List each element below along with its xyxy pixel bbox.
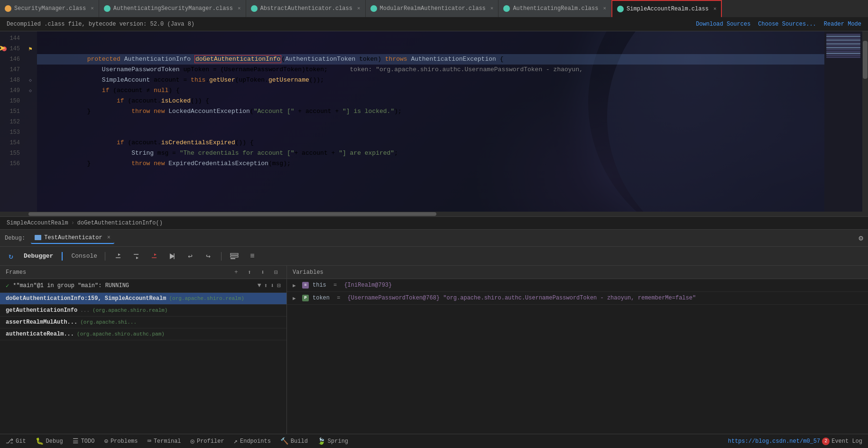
thread-ctrl-1[interactable]: ▼ <box>258 282 261 289</box>
frame-item-1[interactable]: getAuthenticationInfo ... (org.apache.sh… <box>0 305 286 317</box>
frame-item-2[interactable]: assertRealmMulAuth... (org.apache.shi... <box>0 317 286 328</box>
gutter-153 <box>24 127 37 138</box>
status-problems[interactable]: ⊙ Problems <box>104 437 138 445</box>
var-icon-p-token: P <box>302 295 309 301</box>
keyword-throws: throws <box>385 56 411 63</box>
force-step-button[interactable]: ↪ <box>203 251 213 261</box>
tab-abstract-authenticator[interactable]: AbstractAuthenticator.class × <box>246 0 366 17</box>
var-name-this: this <box>313 282 326 289</box>
debug-session-tab[interactable]: TestAuthenticator × <box>31 233 114 244</box>
debug-session-close[interactable]: × <box>107 234 111 241</box>
git-label: Git <box>16 438 26 445</box>
status-todo[interactable]: ☰ TODO <box>73 437 95 445</box>
status-profiler[interactable]: ◎ Profiler <box>191 437 224 445</box>
variables-header-label: Variables <box>293 269 323 276</box>
tab-close-simple-account[interactable]: × <box>713 6 717 12</box>
gutter-145[interactable]: ⚑ <box>24 44 37 54</box>
paren-open: ( <box>281 56 285 63</box>
thread-ctrl-3[interactable]: ⬇ <box>270 282 274 289</box>
status-terminal[interactable]: ⌨ Terminal <box>147 437 181 445</box>
editor-scrollbar-horizontal-thumb[interactable] <box>28 212 436 216</box>
frame-item-3[interactable]: authenticateRealm... (org.apache.shiro.a… <box>0 328 286 340</box>
status-endpoints[interactable]: ↗ Endpoints <box>234 437 271 445</box>
debug-tab-bar: Debug: TestAuthenticator × ⚙ <box>0 230 868 247</box>
line-145[interactable]: ⮞ 145 <box>0 44 24 54</box>
thread-ctrl-4[interactable]: ⊟ <box>277 282 281 289</box>
thread-label: *"main"@1 in group "main": RUNNING <box>13 282 129 289</box>
variable-token[interactable]: P token = {UsernamePasswordToken@768} "o… <box>287 292 868 305</box>
brace-open: { <box>496 56 504 63</box>
line-144: 144 <box>0 33 24 44</box>
gutter-152 <box>24 117 37 127</box>
status-build[interactable]: 🔨 Build <box>280 437 308 445</box>
event-badge[interactable]: 2 <box>822 438 830 445</box>
restart-button[interactable]: ↻ <box>6 251 16 261</box>
thread-row[interactable]: ✓ *"main"@1 in group "main": RUNNING ▼ ⬆… <box>0 279 286 293</box>
status-git[interactable]: ⎇ Git <box>6 437 26 445</box>
variable-this[interactable]: ≡ this = {IniRealm@793} <box>287 279 868 292</box>
tab-close-modular[interactable]: × <box>490 6 494 11</box>
tab-close-security-manager[interactable]: × <box>91 6 94 11</box>
concat-150: + account + <box>295 108 342 115</box>
tab-security-manager[interactable]: SecurityManager.class × <box>0 0 99 17</box>
gutter-144 <box>24 33 37 44</box>
frame-add-btn[interactable]: + <box>231 268 241 277</box>
thread-check-icon: ✓ <box>6 282 9 289</box>
breadcrumb-method[interactable]: doGetAuthenticationInfo() <box>77 220 163 226</box>
minimap-line-13 <box>826 56 860 58</box>
frame-item-0[interactable]: doGetAuthenticationInfo:159, SimpleAccou… <box>0 293 286 305</box>
evaluate-button[interactable]: ↩ <box>185 251 195 261</box>
editor-scrollbar-horizontal[interactable] <box>0 212 868 216</box>
cond-153: (account. <box>128 139 161 146</box>
threads-button[interactable]: ≡ <box>247 251 258 261</box>
event-log-label[interactable]: Event Log <box>831 438 862 445</box>
status-spring[interactable]: 🍃 Spring <box>317 437 348 445</box>
tab-modular-realm[interactable]: ModularRealmAuthenticator.class × <box>366 0 499 17</box>
download-sources-link[interactable]: Download Sources <box>696 21 750 28</box>
frame-source-0: (org.apache.shiro.realm) <box>169 296 244 301</box>
gutter-148: ◇ <box>24 75 37 85</box>
choose-sources-link[interactable]: Choose Sources... <box>758 21 816 28</box>
thread-ctrl-2[interactable]: ⬆ <box>264 282 268 289</box>
tab-label-modular: ModularRealmAuthenticator.class <box>380 5 486 12</box>
reader-mode-link[interactable]: Reader Mode <box>824 21 861 28</box>
step-out-button[interactable] <box>149 251 159 261</box>
tab-authenticating-security-manager[interactable]: AuthenticatingSecurityManager.class × <box>99 0 246 17</box>
editor-scrollbar-vertical[interactable] <box>862 31 868 212</box>
status-url[interactable]: https://blog.csdn.net/m0_57 <box>728 438 820 445</box>
code-editor[interactable]: protected AuthenticationInfo doGetAuthen… <box>37 31 824 212</box>
tab-simple-account-realm[interactable]: SimpleAccountRealm.class × <box>611 0 722 17</box>
frame-filter2-btn[interactable]: ⊟ <box>271 268 281 277</box>
tab-close-auth-security[interactable]: × <box>238 6 241 11</box>
tab-authenticating-realm[interactable]: AuthenticatingRealm.class × <box>499 0 611 17</box>
paren-149: ()) { <box>191 97 209 104</box>
comment-token: token: "org.apache.shiro.authc.UsernameP… <box>350 66 583 73</box>
status-debug[interactable]: 🐛 Debug <box>36 437 63 445</box>
debug-gear-button[interactable]: ⚙ <box>859 233 863 243</box>
tab-close-abstract-auth[interactable]: × <box>357 6 360 11</box>
variables-panel: Variables ≡ this = {IniRealm@793} P toke… <box>287 266 868 434</box>
debugger-tab[interactable]: Debugger <box>24 252 53 260</box>
keyword-null-148: null <box>154 87 168 94</box>
var-expand-this[interactable] <box>293 282 298 289</box>
keyword-protected: protected <box>72 56 124 63</box>
notification-text: Decompiled .class file, bytecode version… <box>7 21 194 28</box>
endpoints-label: Endpoints <box>240 438 271 445</box>
frame-down-btn[interactable]: ⬇ <box>258 268 268 277</box>
minimap-line-3 <box>826 37 860 39</box>
frames-button[interactable] <box>229 251 240 261</box>
breadcrumb-class[interactable]: SimpleAccountRealm <box>7 220 68 226</box>
run-to-cursor-button[interactable] <box>167 251 177 261</box>
step-into-button[interactable] <box>131 251 141 261</box>
method-getUsername: getUsername <box>268 76 309 84</box>
console-tab[interactable]: Console <box>71 252 97 260</box>
tab-icon-simple-account <box>617 6 624 12</box>
step-over-button[interactable] <box>113 251 123 261</box>
tab-close-auth-realm[interactable]: × <box>603 6 606 11</box>
editor-scrollbar-thumb[interactable] <box>863 41 868 79</box>
frame-filter-btn[interactable]: ⬆ <box>245 268 254 277</box>
tab-icon-security-manager <box>5 5 11 12</box>
var-expand-token[interactable] <box>293 295 298 301</box>
terminal-icon: ⌨ <box>147 437 151 445</box>
frames-panel-header: Frames + ⬆ ⬇ ⊟ <box>0 266 286 279</box>
